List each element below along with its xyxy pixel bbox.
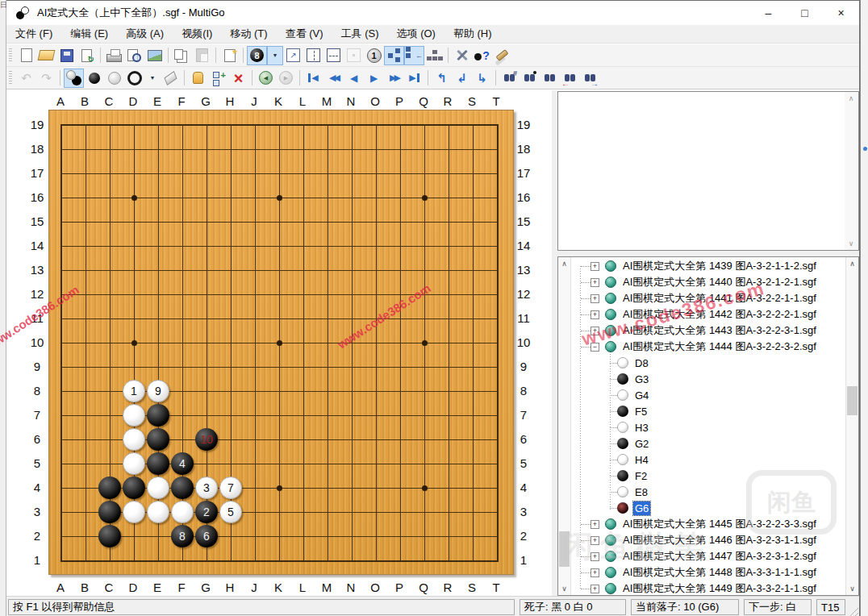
tree-item-game[interactable]: +AI围棋定式大全第 1449 图A-3-3-2-1-1.sgf — [572, 581, 845, 594]
show-last-move-button[interactable] — [323, 46, 344, 65]
fast-forward-button[interactable] — [384, 69, 404, 88]
comment-scroll-down-icon[interactable]: ∨ — [845, 237, 858, 250]
find-button[interactable] — [540, 69, 560, 88]
board-stone-d5[interactable] — [123, 452, 145, 475]
tree-layout-button[interactable] — [424, 46, 444, 65]
tree-scrollbar-left[interactable]: ∧ ∨ — [558, 257, 571, 595]
reload-file-button[interactable] — [77, 46, 97, 65]
redo-button[interactable] — [36, 69, 56, 88]
black-stone-tool-button[interactable] — [84, 69, 104, 88]
tools-button[interactable] — [452, 46, 472, 65]
board-stone-h3[interactable]: 5 — [219, 501, 242, 523]
go-first-move-button[interactable] — [303, 69, 323, 88]
tree-right-scroll-down-icon[interactable]: ∨ — [846, 582, 858, 595]
tree-collapse-toggle-icon[interactable]: − — [590, 343, 599, 352]
game-node-label[interactable]: AI围棋定式大全第 1448 图A-3-3-1-1-1.sgf — [621, 564, 818, 581]
board-stone-c2[interactable] — [98, 525, 121, 547]
menu-item[interactable]: 视频(I) — [173, 25, 221, 43]
board-stone-c4[interactable] — [98, 477, 121, 499]
vertical-splitter[interactable] — [552, 90, 557, 596]
comment-scroll-up-icon[interactable]: ∧ — [845, 92, 858, 105]
prev-variation-button[interactable] — [452, 69, 472, 88]
tree-view-button[interactable] — [384, 46, 404, 65]
tree-item-move[interactable]: G3 — [572, 371, 845, 387]
menu-item[interactable]: 移动 (T) — [221, 25, 276, 43]
go-board[interactable]: 19104372586 — [48, 110, 514, 575]
step-forward-button[interactable] — [364, 69, 384, 88]
board-stone-d3[interactable] — [123, 501, 145, 523]
menu-item[interactable]: 帮助 (H) — [444, 25, 501, 43]
board-stone-h4[interactable]: 7 — [219, 477, 242, 499]
tree-item-move[interactable]: G4 — [572, 387, 845, 403]
save-file-button[interactable] — [56, 46, 77, 65]
tree-expand-toggle-icon[interactable]: + — [590, 520, 599, 529]
board-stone-e7[interactable] — [147, 404, 169, 427]
move-label[interactable]: D8 — [633, 356, 650, 370]
board-stone-e5[interactable] — [147, 452, 169, 475]
show-marks-button[interactable] — [344, 46, 364, 65]
board-stone-e6[interactable] — [147, 428, 169, 451]
tree-item-move[interactable]: F5 — [572, 403, 845, 419]
move-label[interactable]: F5 — [633, 405, 649, 418]
board-stone-d7[interactable] — [123, 404, 145, 427]
game-node-label[interactable]: AI围棋定式大全第 1443 图A-3-2-2-3-1.sgf — [621, 323, 818, 339]
menu-item[interactable]: 工具 (S) — [332, 25, 388, 43]
tree-expand-toggle-icon[interactable]: + — [590, 278, 599, 287]
step-backward-button[interactable] — [344, 69, 364, 88]
horizontal-splitter[interactable] — [557, 251, 859, 256]
pan-tool-button[interactable] — [188, 69, 208, 88]
tree-item-game[interactable]: +AI围棋定式大全第 1442 图A-3-2-2-2-1.sgf — [572, 306, 845, 323]
game-node-label[interactable]: AI围棋定式大全第 1440 图A-3-2-1-2-1.sgf — [621, 274, 818, 290]
tree-expand-toggle-icon[interactable]: + — [590, 568, 599, 577]
tree-right-scroll-thumb[interactable] — [847, 386, 858, 415]
tree-item-game[interactable]: +AI围棋定式大全第 1440 图A-3-2-1-2-1.sgf — [572, 274, 845, 290]
jump-to-move-button[interactable] — [283, 46, 303, 65]
tree-item-move[interactable]: H3 — [572, 419, 845, 435]
context-help-button[interactable] — [472, 46, 492, 65]
history-forward-button[interactable] — [276, 69, 296, 88]
tree-expand-toggle-icon[interactable]: + — [590, 552, 599, 561]
tree-item-move[interactable]: F2 — [572, 468, 845, 484]
tree-expand-toggle-icon[interactable]: + — [590, 294, 599, 303]
game-node-label[interactable]: AI围棋定式大全第 1441 图A-3-2-2-1-1.sgf — [621, 290, 818, 306]
tree-expand-toggle-icon[interactable]: + — [590, 310, 599, 319]
white-stone-tool-button[interactable] — [104, 69, 124, 88]
history-back-button[interactable] — [256, 69, 276, 88]
insert-node-button[interactable] — [208, 69, 228, 88]
board-stone-g2[interactable]: 6 — [195, 525, 218, 547]
print-preview-button[interactable] — [124, 46, 144, 65]
tree-right-scroll-up-icon[interactable]: ∧ — [846, 257, 858, 270]
move-label[interactable]: G3 — [633, 373, 650, 386]
move-label[interactable]: G4 — [633, 389, 650, 402]
toolbar-grip[interactable] — [9, 71, 12, 85]
circle-marker-tool-button[interactable] — [124, 69, 144, 88]
next-variation-button[interactable] — [472, 69, 492, 88]
find-next-button[interactable] — [580, 69, 600, 88]
go-last-move-button[interactable] — [404, 69, 424, 88]
move-label[interactable]: G2 — [633, 437, 650, 451]
tree-expand-toggle-icon[interactable]: + — [590, 536, 599, 545]
move-label[interactable]: H3 — [633, 421, 650, 435]
tree-item-move[interactable]: G2 — [572, 435, 845, 452]
tree-left-scroll-down-icon[interactable]: ∨ — [558, 582, 570, 595]
game-node-label[interactable]: AI围棋定式大全第 1447 图A-3-2-3-1-2.sgf — [621, 548, 818, 564]
game-node-label[interactable]: AI围棋定式大全第 1442 图A-3-2-2-2-1.sgf — [621, 306, 818, 323]
fast-backward-button[interactable] — [323, 69, 344, 88]
board-stone-e4[interactable] — [147, 477, 169, 499]
eraser-tool-button[interactable] — [161, 69, 181, 88]
open-file-button[interactable] — [36, 46, 56, 65]
move-label[interactable]: F2 — [633, 469, 649, 483]
tree-expand-toggle-icon[interactable]: + — [590, 585, 599, 593]
tree-left-scroll-thumb[interactable] — [559, 531, 570, 567]
number-from-one-button[interactable] — [364, 46, 384, 65]
board-stone-d6[interactable] — [123, 428, 145, 451]
find-prev-button[interactable] — [560, 69, 580, 88]
menu-item[interactable]: 选项 (O) — [388, 25, 444, 43]
resize-grip[interactable] — [848, 606, 858, 616]
board-stone-g4[interactable]: 3 — [195, 477, 218, 499]
tree-item-move[interactable]: D8 — [572, 355, 845, 371]
game-node-label[interactable]: AI围棋定式大全第 1449 图A-3-3-2-1-1.sgf — [621, 581, 818, 594]
tree-expand-toggle-icon[interactable]: + — [590, 262, 599, 271]
tree-item-game[interactable]: +AI围棋定式大全第 1439 图A-3-2-1-1-2.sgf — [572, 258, 845, 274]
tree-scrollbar-right[interactable]: ∧ ∨ — [845, 257, 858, 595]
